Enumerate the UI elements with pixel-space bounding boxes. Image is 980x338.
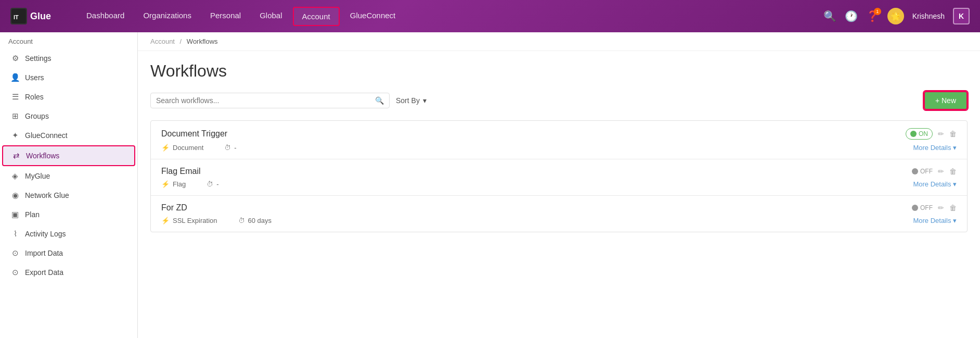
search-box[interactable]: 🔍 [150,93,390,108]
nav-right: 🔍 🕐 ❓ 1 🌟 Krishnesh K [823,8,970,24]
new-workflow-button[interactable]: + New [924,91,968,110]
sidebar-item-glueconnect[interactable]: ✦ GlueConnect [2,126,135,145]
sidebar-item-activity-logs[interactable]: ⌇ Activity Logs [2,224,135,243]
workflow-schedule: ⏱ - [207,180,218,188]
edit-icon[interactable]: ✏ [938,167,944,176]
toggle-dot [910,131,917,137]
nav-global[interactable]: Global [251,7,290,26]
content-area: Workflows 🔍 Sort By ▾ + New Documen [138,51,980,243]
more-details-link[interactable]: More Details ▾ [913,144,957,152]
workflow-header: Flag Email OFF ✏ 🗑 [161,167,957,176]
sidebar-item-label: Roles [25,93,44,101]
delete-icon[interactable]: 🗑 [949,130,957,138]
sidebar-item-label: Network Glue [25,191,69,199]
lightning-icon: ⚡ [161,180,170,188]
sidebar-item-myglue[interactable]: ◈ MyGlue [2,167,135,185]
more-details-link[interactable]: More Details ▾ [913,180,957,188]
user-name[interactable]: Krishnesh [912,12,945,20]
workflow-controls: ON ✏ 🗑 [906,128,957,140]
search-input[interactable] [156,96,375,105]
workflow-trigger: ⚡ SSL Expiration [161,217,217,224]
sidebar-item-label: Plan [25,210,40,219]
workflow-details: ⚡ Document ⏱ - More Details ▾ [161,144,957,152]
sidebar-item-label: Export Data [25,268,63,277]
groups-icon: ⊞ [10,111,20,121]
trigger-label: Flag [173,180,186,188]
workflow-trigger: ⚡ Document [161,144,203,152]
clock-icon: ⏱ [207,180,213,188]
sidebar-section-title: Account [0,32,137,48]
workflow-item: Document Trigger ON ✏ 🗑 ⚡ [151,121,967,159]
toggle-label: OFF [920,204,933,211]
activity-logs-icon: ⌇ [10,229,20,239]
schedule-value: - [216,180,218,188]
users-icon: 👤 [10,73,20,82]
edit-icon[interactable]: ✏ [938,130,944,138]
nav-account[interactable]: Account [293,7,340,26]
breadcrumb-parent[interactable]: Account [150,37,175,45]
breadcrumb: Account / Workflows [138,32,980,51]
sidebar-item-plan[interactable]: ▣ Plan [2,205,135,224]
sidebar: Account ⚙ Settings 👤 Users ☰ Roles ⊞ Gro… [0,32,138,338]
clock-icon: ⏱ [238,217,245,224]
sidebar-item-roles[interactable]: ☰ Roles [2,87,135,106]
delete-icon[interactable]: 🗑 [949,167,957,176]
delete-icon[interactable]: 🗑 [949,204,957,212]
nav-dashboard[interactable]: Dashboard [78,7,133,26]
lightning-icon: ⚡ [161,217,170,224]
sort-by-label: Sort By [396,96,420,105]
logo[interactable]: IT Glue [10,8,62,24]
sidebar-item-label: Settings [25,54,51,62]
workflow-name: For ZD [161,203,187,212]
breadcrumb-separator: / [180,37,182,45]
settings-icon: ⚙ [10,54,20,63]
glueconnect-icon: ✦ [10,131,20,140]
sidebar-item-label: Groups [25,112,49,120]
workflow-toggle-off[interactable]: OFF [912,204,933,211]
toggle-dot [912,168,918,174]
workflow-trigger: ⚡ Flag [161,180,186,188]
sidebar-item-settings[interactable]: ⚙ Settings [2,49,135,68]
toolbar: 🔍 Sort By ▾ + New [150,91,968,110]
workflow-header: For ZD OFF ✏ 🗑 [161,203,957,212]
clock-icon: ⏱ [224,144,231,152]
network-glue-icon: ◉ [10,191,20,200]
toggle-label: OFF [920,168,933,175]
nav-glueconnect[interactable]: GlueConnect [342,7,404,26]
user-initial-badge[interactable]: K [953,8,970,24]
breadcrumb-current: Workflows [187,37,218,45]
workflow-details: ⚡ Flag ⏱ - More Details ▾ [161,180,957,188]
main-content: Account / Workflows Workflows 🔍 Sort By … [138,32,980,338]
sidebar-item-import-data[interactable]: ⊙ Import Data [2,244,135,262]
sidebar-item-workflows[interactable]: ⇄ Workflows [2,145,135,166]
toggle-label: ON [919,130,928,137]
sidebar-item-export-data[interactable]: ⊙ Export Data [2,263,135,282]
workflow-toggle-off[interactable]: OFF [912,168,933,175]
nav-personal[interactable]: Personal [202,7,249,26]
workflow-schedule: ⏱ 60 days [238,217,272,224]
sidebar-item-label: Users [25,73,44,82]
nav-organizations[interactable]: Organizations [135,7,200,26]
sidebar-item-label: Workflows [26,152,59,160]
workflow-item: For ZD OFF ✏ 🗑 ⚡ SS [151,196,967,232]
edit-icon[interactable]: ✏ [938,204,944,212]
workflow-item: Flag Email OFF ✏ 🗑 ⚡ [151,159,967,196]
user-avatar[interactable]: 🌟 [887,8,904,24]
sidebar-item-label: GlueConnect [25,131,68,140]
more-details-link[interactable]: More Details ▾ [913,217,957,224]
history-icon[interactable]: 🕐 [845,10,858,22]
help-icon[interactable]: ❓ 1 [866,10,879,22]
workflow-toggle-on[interactable]: ON [906,128,933,140]
sidebar-item-users[interactable]: 👤 Users [2,68,135,87]
sort-by-dropdown[interactable]: Sort By ▾ [396,96,427,105]
search-icon: 🔍 [375,96,384,105]
search-icon[interactable]: 🔍 [823,10,836,22]
sidebar-item-groups[interactable]: ⊞ Groups [2,107,135,126]
sidebar-item-label: Activity Logs [25,230,66,238]
toggle-dot [912,205,918,211]
logo-text: Glue [30,11,51,22]
sidebar-item-network-glue[interactable]: ◉ Network Glue [2,186,135,205]
top-navigation: IT Glue Dashboard Organizations Personal… [0,0,980,32]
sidebar-item-label: Import Data [25,249,63,257]
schedule-value: 60 days [248,217,272,224]
